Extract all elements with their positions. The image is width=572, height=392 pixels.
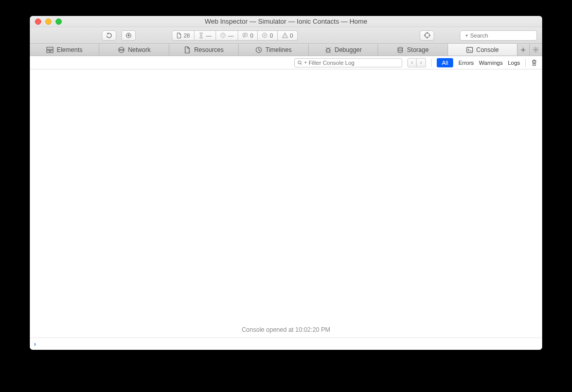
- svg-point-14: [535, 49, 537, 50]
- chevron-left-icon: ‹: [411, 60, 413, 65]
- tab-label: Storage: [407, 46, 428, 54]
- search-icon: [297, 60, 302, 65]
- tab-storage[interactable]: Storage: [378, 44, 448, 56]
- dashboard-resources[interactable]: 28: [172, 30, 194, 41]
- filter-nav: ‹ ›: [407, 58, 426, 67]
- tab-debugger[interactable]: Debugger: [309, 44, 378, 56]
- svg-rect-8: [50, 50, 53, 52]
- dashboard-errors[interactable]: 0: [258, 30, 277, 41]
- tab-label: Network: [128, 46, 151, 54]
- errors-count: 0: [270, 32, 273, 39]
- chevron-down-icon: ▾: [305, 60, 307, 65]
- titlebar: Web Inspector — Simulator — Ionic Contac…: [30, 16, 542, 27]
- time2-value: —: [228, 32, 234, 39]
- debugger-icon: [325, 46, 332, 54]
- tab-elements[interactable]: Elements: [30, 44, 99, 56]
- svg-point-4: [425, 33, 430, 38]
- toolbar: 28 — — 0 0 0: [30, 27, 542, 44]
- storage-icon: [397, 46, 404, 54]
- tab-label: Console: [476, 46, 499, 54]
- console-icon: [466, 46, 473, 54]
- console-content: Console opened at 10:02:20 PM: [30, 69, 542, 337]
- console-prompt[interactable]: ›: [30, 337, 542, 350]
- new-tab-button[interactable]: [517, 44, 530, 56]
- reload-icon: [106, 32, 112, 39]
- inspect-element-button[interactable]: [420, 30, 434, 41]
- console-filter-bar: ▾ ‹ › All Errors Warnings Logs: [30, 56, 542, 69]
- web-inspector-window: Web Inspector — Simulator — Ionic Contac…: [30, 16, 542, 350]
- scope-warnings-button[interactable]: Warnings: [479, 60, 503, 66]
- crosshair-icon: [424, 32, 431, 39]
- settings-button[interactable]: [530, 44, 542, 56]
- timelines-icon: [255, 46, 262, 54]
- prompt-caret-icon: ›: [34, 341, 36, 348]
- filter-field[interactable]: ▾: [294, 58, 402, 67]
- filter-prev-button[interactable]: ‹: [407, 58, 417, 67]
- svg-rect-2: [243, 33, 247, 37]
- tab-console[interactable]: Console: [448, 44, 517, 56]
- divider: [525, 59, 526, 67]
- warning-icon: [282, 32, 288, 38]
- dashboard-time1[interactable]: —: [194, 30, 216, 41]
- dashboard-logs[interactable]: 0: [238, 30, 258, 41]
- download-icon: [126, 32, 132, 39]
- tab-resources[interactable]: Resources: [169, 44, 239, 56]
- resources-icon: [184, 46, 191, 54]
- gear-icon: [532, 46, 539, 53]
- clock-icon: [220, 32, 226, 38]
- scope-all-button[interactable]: All: [437, 58, 453, 67]
- download-button[interactable]: [121, 30, 136, 41]
- svg-rect-6: [47, 47, 53, 49]
- chevron-down-icon: ▾: [466, 33, 468, 38]
- filter-next-button[interactable]: ›: [417, 58, 426, 67]
- tab-label: Timelines: [265, 46, 292, 54]
- hourglass-icon: [199, 32, 204, 39]
- console-opened-message: Console opened at 10:02:20 PM: [30, 326, 542, 333]
- svg-rect-13: [467, 47, 472, 52]
- dashboard-time2[interactable]: —: [216, 30, 238, 41]
- tab-network[interactable]: Network: [99, 44, 169, 56]
- svg-point-15: [298, 61, 301, 64]
- svg-rect-7: [47, 50, 49, 52]
- scope-logs-button[interactable]: Logs: [508, 60, 520, 66]
- chevron-right-icon: ›: [420, 60, 422, 65]
- svg-point-11: [326, 48, 329, 52]
- dashboard-warnings[interactable]: 0: [278, 30, 298, 41]
- logs-count: 0: [250, 32, 253, 39]
- comment-icon: [242, 32, 248, 38]
- dashboard-segments: 28 — — 0 0 0: [172, 30, 298, 41]
- clear-console-button[interactable]: [531, 59, 538, 66]
- divider: [431, 59, 432, 67]
- scope-errors-button[interactable]: Errors: [458, 60, 474, 66]
- time1-value: —: [206, 32, 211, 39]
- network-icon: [118, 46, 125, 54]
- warnings-count: 0: [290, 32, 293, 39]
- tab-timelines[interactable]: Timelines: [239, 44, 308, 56]
- reload-button[interactable]: [102, 30, 116, 41]
- doc-count: 28: [184, 32, 190, 39]
- plus-icon: [521, 47, 526, 52]
- svg-point-12: [398, 47, 403, 49]
- tab-label: Resources: [194, 46, 223, 54]
- document-icon: [176, 32, 182, 39]
- search-field[interactable]: ▾: [460, 30, 537, 41]
- tab-bar: Elements Network Resources Timelines Deb…: [30, 44, 542, 56]
- scope-label: All: [442, 60, 448, 66]
- search-input[interactable]: [470, 32, 541, 39]
- tab-label: Elements: [57, 46, 82, 54]
- window-title: Web Inspector — Simulator — Ionic Contac…: [30, 17, 542, 25]
- trash-icon: [531, 59, 538, 66]
- elements-icon: [46, 46, 53, 54]
- error-icon: [262, 32, 267, 38]
- filter-input[interactable]: [309, 60, 399, 66]
- tab-label: Debugger: [335, 46, 362, 54]
